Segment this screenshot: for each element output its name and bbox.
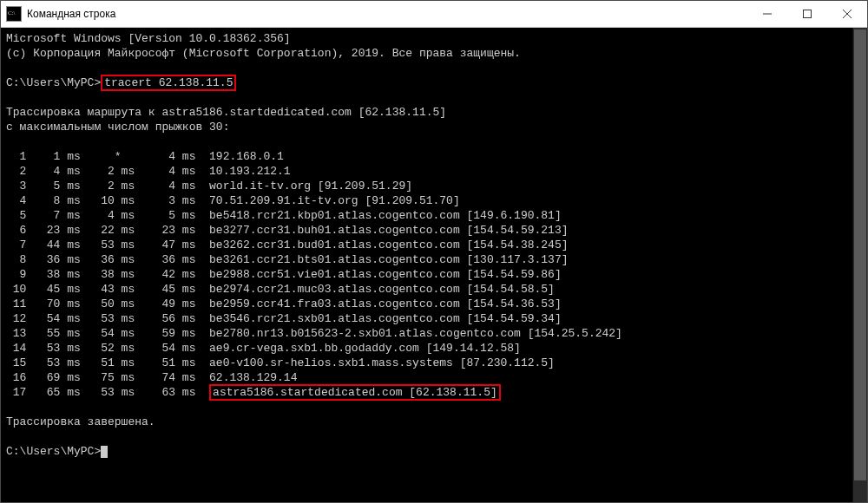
- hop-row: 11 70 ms 50 ms 49 ms be2959.ccr41.fra03.…: [6, 297, 862, 311]
- terminal-body[interactable]: Microsoft Windows [Version 10.0.18362.35…: [1, 28, 867, 502]
- prompt-line: C:\Users\MyPC>tracert 62.138.11.5: [6, 75, 862, 90]
- hop-row-last: 17 65 ms 53 ms 63 ms astra5186.startdedi…: [6, 385, 862, 400]
- prompt-ready: C:\Users\MyPC>: [6, 444, 862, 459]
- hop-row: 12 54 ms 53 ms 56 ms be3546.rcr21.sxb01.…: [6, 311, 862, 326]
- command-highlight: tracert 62.138.11.5: [101, 75, 236, 91]
- hop-row: 10 45 ms 43 ms 45 ms be2974.ccr21.muc03.…: [6, 282, 862, 297]
- hop-row: 4 8 ms 10 ms 3 ms 70.51.209.91.it-tv.org…: [6, 193, 862, 208]
- close-button[interactable]: [827, 1, 867, 27]
- hop-row: 6 23 ms 22 ms 23 ms be3277.ccr31.buh01.a…: [6, 223, 862, 238]
- svg-rect-0: [804, 10, 812, 18]
- hop-row: 7 44 ms 53 ms 47 ms be3262.ccr31.bud01.a…: [6, 238, 862, 252]
- vertical-scrollbar[interactable]: [852, 28, 867, 502]
- prompt-path: C:\Users\MyPC>: [6, 76, 101, 89]
- minimize-button[interactable]: [747, 1, 787, 27]
- scrollbar-thumb[interactable]: [854, 29, 866, 480]
- titlebar[interactable]: Командная строка: [1, 1, 867, 28]
- cursor: [101, 446, 108, 458]
- destination-highlight: astra5186.startdedicated.com [62.138.11.…: [209, 384, 501, 401]
- cmd-icon: [6, 6, 22, 22]
- hop-row: 14 53 ms 52 ms 54 ms ae9.cr-vega.sxb1.bb…: [6, 341, 862, 356]
- trace-complete-line: Трассировка завершена.: [6, 415, 862, 429]
- window-title: Командная строка: [27, 8, 747, 20]
- copyright-line: (c) Корпорация Майкрософт (Microsoft Cor…: [6, 46, 862, 61]
- window-controls: [747, 1, 867, 27]
- hop-row: 1 1 ms * 4 ms 192.168.0.1: [6, 149, 862, 164]
- hop-row: 8 36 ms 36 ms 36 ms be3261.ccr21.bts01.a…: [6, 252, 862, 267]
- hop-row: 5 7 ms 4 ms 5 ms be5418.rcr21.kbp01.atla…: [6, 208, 862, 223]
- maximize-button[interactable]: [787, 1, 827, 27]
- hop-row: 3 5 ms 2 ms 4 ms world.it-tv.org [91.209…: [6, 179, 862, 193]
- hop-row: 13 55 ms 54 ms 59 ms be2780.nr13.b015623…: [6, 326, 862, 341]
- trace-target-line: Трассировка маршрута к astra5186.startde…: [6, 105, 862, 120]
- hop-row: 9 38 ms 38 ms 42 ms be2988.ccr51.vie01.a…: [6, 267, 862, 282]
- hop-row: 16 69 ms 75 ms 74 ms 62.138.129.14: [6, 370, 862, 385]
- hop-row: 15 53 ms 51 ms 51 ms ae0-v100.sr-helios.…: [6, 356, 862, 370]
- hop-row: 2 4 ms 2 ms 4 ms 10.193.212.1: [6, 164, 862, 179]
- trace-maxhops-line: с максимальным числом прыжков 30:: [6, 120, 862, 134]
- console-window: Командная строка Microsoft Windows [Vers…: [0, 0, 868, 503]
- banner-line: Microsoft Windows [Version 10.0.18362.35…: [6, 31, 862, 46]
- hops-list: 1 1 ms * 4 ms 192.168.0.1 2 4 ms 2 ms 4 …: [6, 149, 862, 385]
